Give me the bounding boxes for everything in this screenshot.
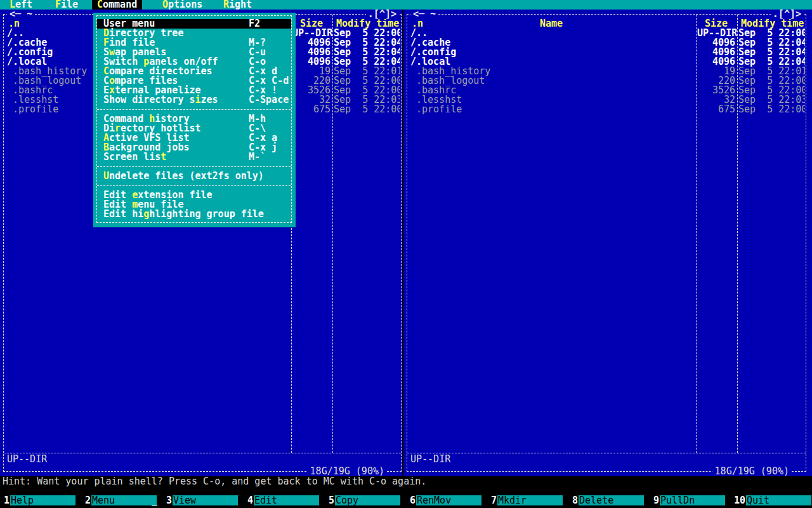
- menubar-item-command[interactable]: Command: [97, 0, 137, 10]
- menubar-item-post: ommand: [103, 0, 137, 10]
- file-mtime: Sep 5 22:00: [334, 86, 400, 95]
- menu-group-separator: [97, 185, 291, 186]
- menubar-item-post: ptions: [168, 0, 202, 10]
- mc-screen: Hint: Want your plain shell? Press C-o, …: [0, 0, 812, 508]
- menu-item-hotkey: g: [143, 208, 149, 220]
- menubar-item-post: ile: [61, 0, 78, 10]
- menubar-item-hotkey: O: [162, 0, 168, 10]
- menu-item-hotkey: U: [103, 170, 109, 182]
- fkey-button-copy[interactable]: Copy: [335, 495, 400, 505]
- menubar-item-options[interactable]: Options: [162, 0, 202, 10]
- file-mtime: Sep 5 22:00: [738, 76, 805, 86]
- menubar-item-right[interactable]: Right: [223, 0, 252, 10]
- file-mtime: Sep 5 22:01: [738, 67, 805, 76]
- menubar-item-file[interactable]: File: [55, 0, 78, 10]
- menu-group-separator: [97, 109, 291, 110]
- menubar-item-post: eft: [15, 0, 32, 10]
- left-ministatus: UP--DIR: [7, 455, 47, 464]
- fkey-number: 9: [650, 495, 660, 505]
- file-mtime: Sep 5 22:00: [738, 29, 805, 38]
- right-file-row-cache[interactable]: /.cache4096Sep 5 22:04: [407, 38, 806, 48]
- file-mtime: Sep 5 22:04: [334, 48, 400, 57]
- fkey-button-pulldn[interactable]: PullDn: [660, 495, 725, 505]
- file-mtime: Sep 5 22:03: [738, 95, 805, 105]
- menubar-item-hotkey: L: [10, 0, 15, 10]
- left-ministatus-separator: [4, 453, 401, 453]
- hint-line: Hint: Want your plain shell? Press C-o, …: [3, 477, 426, 486]
- menu-item-post: ndelete files (ext2fs only): [109, 170, 264, 182]
- file-mtime: Sep 5 22:03: [334, 95, 400, 105]
- right-file-row-config[interactable]: /.config4096Sep 5 22:04: [407, 48, 806, 57]
- menubar-item-hotkey: F: [55, 0, 61, 10]
- fkey-number: 10: [731, 495, 746, 505]
- left-panel-corner-controls[interactable]: .[^]>: [366, 10, 398, 18]
- file-name: .profile: [13, 105, 58, 114]
- file-mtime: Sep 5 22:01: [334, 67, 400, 76]
- file-name: .profile: [416, 105, 462, 114]
- file-mtime: Sep 5 22:00: [334, 76, 400, 86]
- file-mtime: Sep 5 22:00: [334, 29, 400, 38]
- fkey-number: 5: [325, 495, 335, 505]
- fkey-number: 7: [487, 495, 497, 505]
- fkey-button-edit[interactable]: Edit: [254, 495, 319, 505]
- file-mtime: Sep 5 22:00: [738, 105, 805, 114]
- file-mtime: Sep 5 22:04: [334, 38, 400, 48]
- file-mtime: Sep 5 22:00: [738, 86, 805, 95]
- file-mtime: Sep 5 22:04: [738, 48, 805, 57]
- right-file-row-bashrc[interactable]: .bashrc3526Sep 5 22:00: [407, 86, 806, 95]
- fkey-button-delete[interactable]: Delete: [579, 495, 644, 505]
- fkey-button-help[interactable]: Help: [10, 495, 75, 505]
- menu-item-shortcut: M-`: [249, 152, 266, 162]
- menu-group-separator: [97, 166, 291, 167]
- right-column-header-name[interactable]: Name: [513, 19, 589, 29]
- right-column-header-mtime[interactable]: Modify time: [741, 19, 804, 29]
- right-file-row-lesshst[interactable]: .lesshst32Sep 5 22:03: [407, 95, 806, 105]
- menu-item-undelete-files-ext2fs-only[interactable]: Undelete files (ext2fs only): [103, 171, 264, 181]
- file-mtime: Sep 5 22:04: [334, 57, 400, 67]
- left-free-space: 18G/19G (90%): [308, 467, 387, 476]
- menu-item-edit-highlighting-group-file[interactable]: Edit highlighting group file: [103, 210, 264, 219]
- fkey-number: 6: [406, 495, 416, 505]
- right-free-space: 18G/19G (90%): [712, 467, 792, 476]
- fkey-number: 3: [162, 495, 173, 505]
- menubar-item-hotkey: C: [97, 0, 103, 10]
- menu-item-screen-list[interactable]: Screen list: [103, 152, 166, 162]
- menu-item-show-directory-sizes[interactable]: Show directory sizes: [103, 95, 218, 105]
- menu-item-pre: Show directory s: [103, 94, 195, 105]
- right-file-row-bash-logout[interactable]: .bash_logout220Sep 5 22:00: [407, 76, 806, 86]
- menu-item-post: zes: [201, 94, 218, 105]
- menubar-item-post: ight: [229, 0, 252, 10]
- menu-item-post: hlighting group file: [149, 208, 264, 220]
- fkey-button-menu[interactable]: Menu: [91, 495, 157, 505]
- fkey-number: 1: [0, 495, 10, 505]
- menu-item-pre: Screen lis: [103, 151, 160, 163]
- fkey-button-quit[interactable]: Quit: [746, 495, 811, 505]
- file-mtime: Sep 5 22:00: [334, 105, 400, 114]
- menubar-item-left[interactable]: Left: [10, 0, 32, 10]
- menu-item-pre: Edit hi: [103, 208, 143, 220]
- right-ministatus-separator: [407, 453, 806, 453]
- menu-item-shortcut: C-Space: [249, 95, 289, 105]
- menubar-item-hotkey: R: [223, 0, 229, 10]
- menu-item-shortcut: F2: [249, 19, 260, 29]
- function-key-bar: 1Help2Menu3View4Edit5Copy6RenMov7Mkdir8D…: [0, 495, 812, 505]
- left-column-header-mtime[interactable]: Modify time: [336, 19, 400, 29]
- fkey-button-view[interactable]: View: [173, 495, 238, 505]
- file-size: 675: [292, 105, 331, 114]
- right-ministatus: UP--DIR: [410, 455, 450, 464]
- right-file-row-[interactable]: /..UP--DIRSep 5 22:00: [407, 29, 806, 38]
- file-size: 675: [697, 105, 735, 114]
- menu-item-hotkey: t: [160, 151, 166, 163]
- file-mtime: Sep 5 22:04: [738, 57, 805, 67]
- fkey-button-mkdir[interactable]: Mkdir: [497, 495, 563, 505]
- fkey-number: 8: [568, 495, 579, 505]
- right-file-row-profile[interactable]: .profile675Sep 5 22:00: [407, 105, 806, 114]
- right-panel-corner-controls[interactable]: .[^]>: [771, 10, 803, 18]
- file-mtime: Sep 5 22:04: [738, 38, 805, 48]
- fkey-number: 2: [81, 495, 91, 505]
- fkey-button-renmov[interactable]: RenMov: [416, 495, 481, 505]
- fkey-number: 4: [244, 495, 254, 505]
- menu-item-hotkey: i: [195, 94, 201, 105]
